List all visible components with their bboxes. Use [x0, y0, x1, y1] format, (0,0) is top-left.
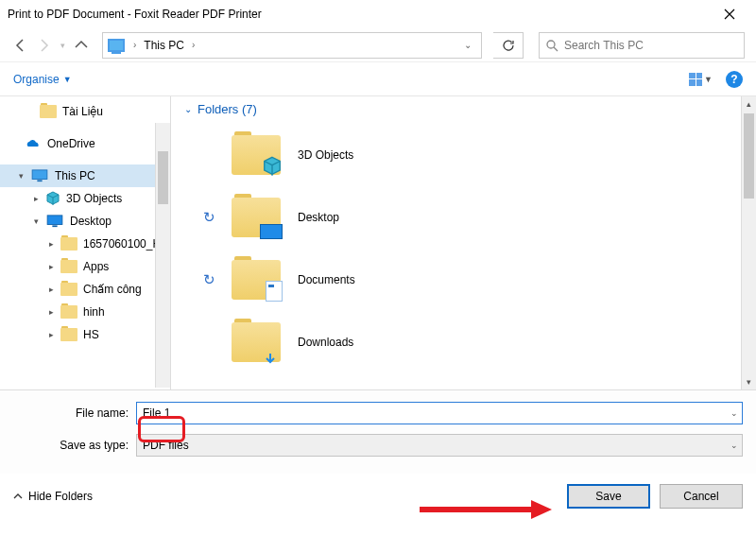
- main-scrollbar[interactable]: ▴ ▾: [741, 96, 756, 389]
- recent-dropdown[interactable]: ▾: [57, 36, 68, 55]
- view-button[interactable]: ▼: [689, 73, 713, 86]
- document-icon: [266, 281, 283, 302]
- refresh-icon: ↻: [203, 209, 215, 226]
- thispc-icon: [107, 36, 126, 55]
- expand-icon[interactable]: ▸: [47, 262, 55, 271]
- tree-item-folder[interactable]: ▸ hinh: [0, 301, 170, 323]
- view-icon: [689, 73, 702, 86]
- expand-icon[interactable]: ▸: [47, 330, 55, 339]
- folder-icon: [60, 328, 77, 341]
- cube-icon: [262, 156, 283, 177]
- tree-label: Desktop: [70, 215, 112, 228]
- folders-header[interactable]: ⌄ Folders (7): [184, 102, 743, 116]
- scroll-thumb[interactable]: [744, 113, 754, 199]
- chevron-down-icon[interactable]: ⌄: [730, 408, 738, 418]
- arrow-right-icon: [36, 38, 51, 53]
- refresh-icon: [502, 39, 515, 52]
- nav-bar: ▾ › This PC › ⌄: [0, 28, 756, 62]
- folder-icon: [232, 322, 281, 362]
- chevron-up-icon: [13, 492, 23, 501]
- address-dropdown[interactable]: ⌄: [458, 40, 477, 50]
- scroll-thumb[interactable]: [158, 151, 168, 204]
- list-item-3dobjects[interactable]: 3D Objects: [184, 124, 743, 186]
- refresh-icon: ↻: [203, 271, 215, 288]
- list-item-documents[interactable]: ↻ Documents: [184, 249, 743, 311]
- filename-label: File name:: [13, 406, 136, 420]
- hide-folders-label: Hide Folders: [28, 490, 93, 503]
- help-button[interactable]: ?: [726, 71, 743, 88]
- list-item-desktop[interactable]: ↻ Desktop: [184, 186, 743, 249]
- tree-item-folder[interactable]: ▸ Apps: [0, 255, 170, 278]
- list-item-downloads[interactable]: Downloads: [184, 311, 743, 373]
- tree-item-3dobjects[interactable]: ▸ 3D Objects: [0, 187, 170, 210]
- item-label: Desktop: [298, 211, 339, 224]
- download-arrow-icon: [264, 353, 277, 366]
- desktop-icon: [45, 215, 64, 228]
- savetype-value: PDF files: [143, 439, 189, 452]
- tree-item-folder[interactable]: ▸ 1657060100_Hà: [0, 233, 170, 255]
- folder-icon: [60, 283, 77, 296]
- scroll-down-icon[interactable]: ▾: [742, 374, 756, 389]
- help-icon: ?: [730, 73, 737, 86]
- organise-label: Organise: [13, 73, 60, 86]
- folder-icon: [60, 305, 77, 319]
- filename-combo[interactable]: ⌄: [136, 402, 743, 424]
- up-button[interactable]: [72, 36, 91, 55]
- screen-icon: [260, 224, 283, 239]
- cube-icon: [45, 191, 60, 206]
- tree-label: hinh: [83, 305, 105, 319]
- search-input[interactable]: [564, 39, 738, 52]
- expand-icon[interactable]: ▾: [17, 171, 25, 181]
- expand-icon[interactable]: ▸: [47, 285, 55, 294]
- scroll-up-icon[interactable]: ▴: [742, 96, 756, 112]
- expand-icon[interactable]: ▸: [47, 307, 55, 317]
- tree-item-onedrive[interactable]: OneDrive: [0, 132, 170, 155]
- tree-item-thispc[interactable]: ▾ This PC: [0, 164, 170, 187]
- svg-rect-2: [37, 180, 42, 182]
- filename-row: File name: ⌄: [13, 400, 743, 426]
- folder-icon: [40, 105, 57, 118]
- tree-scrollbar[interactable]: [155, 123, 170, 388]
- chevron-down-icon[interactable]: ⌄: [730, 441, 738, 450]
- save-button[interactable]: Save: [567, 484, 650, 509]
- forward-button[interactable]: [34, 36, 53, 55]
- refresh-button[interactable]: [493, 32, 524, 59]
- organise-button[interactable]: Organise ▼: [13, 73, 72, 86]
- filename-input[interactable]: [143, 406, 736, 420]
- svg-rect-4: [52, 225, 57, 227]
- item-label: Documents: [298, 273, 355, 286]
- arrow-up-icon: [74, 38, 89, 53]
- address-bar[interactable]: › This PC › ⌄: [102, 32, 482, 59]
- expand-icon[interactable]: ▸: [47, 239, 55, 249]
- chevron-down-icon: ▼: [704, 75, 713, 84]
- tree-item-folder[interactable]: ▸ HS: [0, 323, 170, 346]
- hide-folders-button[interactable]: Hide Folders: [13, 490, 93, 503]
- folder-icon: [232, 198, 281, 237]
- tree-item-folder[interactable]: ▸ Chấm công: [0, 278, 170, 301]
- tree-label: Tài Liệu: [62, 105, 103, 118]
- tree-label: HS: [83, 328, 99, 341]
- cancel-button[interactable]: Cancel: [660, 484, 743, 509]
- thispc-icon: [30, 169, 49, 182]
- back-button[interactable]: [11, 36, 30, 55]
- tree-label: OneDrive: [47, 137, 95, 150]
- breadcrumb-thispc[interactable]: This PC: [144, 39, 184, 52]
- close-button[interactable]: [711, 1, 748, 27]
- tree-item-desktop[interactable]: ▾ Desktop: [0, 210, 170, 233]
- svg-rect-1: [32, 170, 47, 180]
- chevron-down-icon: ▼: [63, 75, 72, 84]
- chevron-right-icon[interactable]: ›: [129, 40, 140, 50]
- bottom-panel: File name: ⌄ Save as type: PDF files ⌄: [0, 389, 756, 474]
- folder-icon: [60, 260, 77, 273]
- tree-item-tailieu[interactable]: Tài Liệu: [0, 100, 170, 123]
- window-title: Print to PDF Document - Foxit Reader PDF…: [8, 8, 711, 21]
- item-label: Downloads: [298, 336, 353, 349]
- arrow-left-icon: [13, 38, 28, 53]
- folder-icon: [232, 135, 281, 175]
- expand-icon[interactable]: ▸: [32, 194, 40, 203]
- chevron-right-icon[interactable]: ›: [188, 40, 198, 50]
- expand-icon[interactable]: ▾: [32, 216, 40, 226]
- savetype-label: Save as type:: [13, 439, 136, 452]
- savetype-combo[interactable]: PDF files ⌄: [136, 434, 743, 457]
- search-box[interactable]: [539, 32, 745, 59]
